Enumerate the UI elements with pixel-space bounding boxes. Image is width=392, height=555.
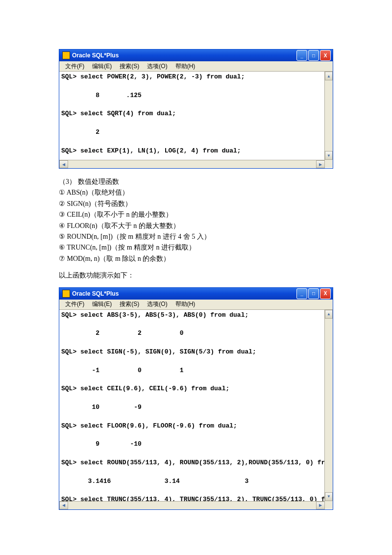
app-icon: [62, 51, 70, 59]
scroll-down-icon[interactable]: ▼: [325, 151, 333, 160]
sqlplus-window-1: Oracle SQL*Plus _ □ X 文件(F) 编辑(E) 搜索(S) …: [59, 49, 333, 169]
list-item: ① ABS(n)（取绝对值）: [59, 187, 333, 198]
menu-options[interactable]: 选项(O): [143, 62, 171, 71]
list-item: ⑥ TRUNC(n, [m])（按 m 精度对 n 进行截取）: [59, 242, 333, 253]
document-page: Oracle SQL*Plus _ □ X 文件(F) 编辑(E) 搜索(S) …: [0, 0, 392, 547]
section-heading: （3） 数值处理函数: [59, 177, 333, 187]
terminal-area: SQL> select POWER(2, 3), POWER(2, -3) fr…: [59, 72, 333, 160]
close-button[interactable]: X: [320, 50, 331, 61]
menubar: 文件(F) 编辑(E) 搜索(S) 选项(O) 帮助(H): [59, 61, 333, 72]
scroll-up-icon[interactable]: ▲: [325, 310, 333, 319]
minimize-button[interactable]: _: [296, 288, 307, 299]
maximize-button[interactable]: □: [308, 288, 319, 299]
list-item: ⑦ MOD(m, n)（取 m 除以 n 的余数）: [59, 253, 333, 264]
menu-edit[interactable]: 编辑(E): [88, 62, 116, 71]
window-title: Oracle SQL*Plus: [72, 52, 119, 59]
terminal-output[interactable]: SQL> select POWER(2, 3), POWER(2, -3) fr…: [59, 72, 324, 160]
scrollbar-vertical[interactable]: ▲ ▼: [324, 310, 333, 501]
list-item: ② SIGN(n)（符号函数）: [59, 199, 333, 209]
window-controls: _ □ X: [296, 50, 331, 61]
titlebar[interactable]: Oracle SQL*Plus _ □ X: [59, 288, 333, 300]
terminal-area: SQL> select ABS(3-5), ABS(5-3), ABS(0) f…: [59, 310, 333, 501]
window-controls: _ □ X: [296, 288, 331, 299]
minimize-button[interactable]: _: [296, 50, 307, 61]
menu-options[interactable]: 选项(O): [143, 300, 171, 308]
close-button[interactable]: X: [320, 288, 331, 299]
menu-help[interactable]: 帮助(H): [172, 300, 199, 308]
scrollbar-vertical[interactable]: ▲ ▼: [324, 72, 333, 160]
scrollbar-horizontal[interactable]: ◀ ▶: [59, 160, 325, 168]
scroll-up-icon[interactable]: ▲: [325, 72, 333, 80]
scrollbar-horizontal[interactable]: ◀ ▶: [59, 501, 325, 509]
scroll-left-icon[interactable]: ◀: [59, 160, 68, 168]
section-text: （3） 数值处理函数 ① ABS(n)（取绝对值） ② SIGN(n)（符号函数…: [59, 177, 333, 264]
scroll-down-icon[interactable]: ▼: [325, 492, 333, 501]
titlebar-left: Oracle SQL*Plus: [62, 290, 119, 298]
menu-file[interactable]: 文件(F): [61, 62, 88, 71]
section-footer: 以上函数功能演示如下：: [59, 270, 333, 281]
menu-help[interactable]: 帮助(H): [172, 62, 199, 71]
menu-edit[interactable]: 编辑(E): [88, 300, 116, 308]
titlebar[interactable]: Oracle SQL*Plus _ □ X: [59, 50, 333, 61]
scroll-right-icon[interactable]: ▶: [316, 502, 325, 509]
scroll-left-icon[interactable]: ◀: [59, 502, 68, 509]
terminal-output[interactable]: SQL> select ABS(3-5), ABS(5-3), ABS(0) f…: [59, 310, 324, 501]
menu-search[interactable]: 搜索(S): [116, 300, 143, 308]
sqlplus-window-2: Oracle SQL*Plus _ □ X 文件(F) 编辑(E) 搜索(S) …: [59, 287, 333, 510]
window-title: Oracle SQL*Plus: [72, 290, 119, 297]
scroll-right-icon[interactable]: ▶: [316, 160, 325, 168]
list-item: ③ CEIL(n)（取不小于 n 的最小整数）: [59, 209, 333, 220]
list-item: ④ FLOOR(n)（取不大于 n 的最大整数）: [59, 221, 333, 231]
resize-grip[interactable]: [325, 501, 333, 509]
menu-search[interactable]: 搜索(S): [116, 62, 143, 71]
app-icon: [62, 290, 70, 298]
list-item: ⑤ ROUND(n, [m])（按 m 精度对 n 进行 4 舍 5 入）: [59, 231, 333, 242]
titlebar-left: Oracle SQL*Plus: [62, 51, 119, 59]
resize-grip[interactable]: [325, 160, 333, 168]
menu-file[interactable]: 文件(F): [61, 300, 88, 308]
maximize-button[interactable]: □: [308, 50, 319, 61]
menubar: 文件(F) 编辑(E) 搜索(S) 选项(O) 帮助(H): [59, 300, 333, 310]
